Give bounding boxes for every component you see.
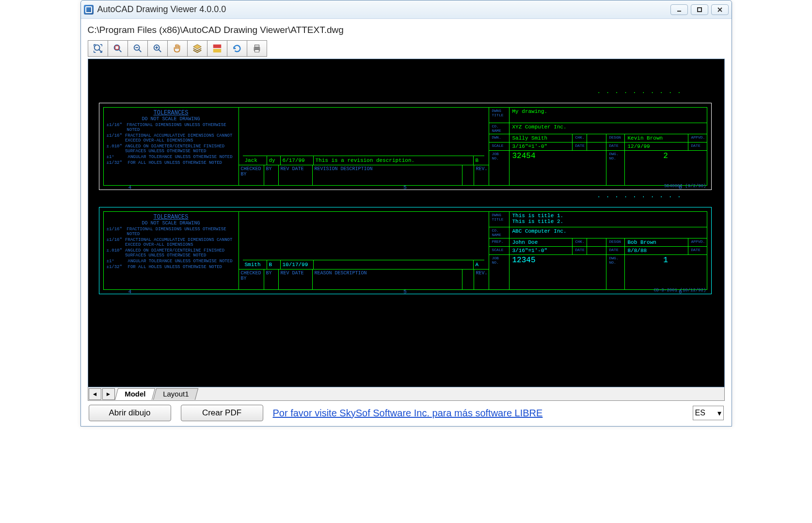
tab-layout1[interactable]: Layout1 <box>153 388 199 400</box>
pan-button[interactable] <box>167 40 188 57</box>
titlebar[interactable]: AutoCAD Drawing Viewer 4.0.0.0 <box>81 0 732 19</box>
chevron-down-icon: ▾ <box>717 409 721 418</box>
svg-rect-8 <box>115 46 118 49</box>
svg-line-10 <box>138 49 141 52</box>
tolerances-panel: TOLERANCES DO NOT SCALE DRAWING ±1/16"FR… <box>103 211 239 290</box>
zoom-out-button[interactable] <box>127 40 148 57</box>
tab-model[interactable]: Model <box>114 388 155 400</box>
background-button[interactable] <box>207 40 227 57</box>
titleblock-2: · · · · · · · · · · TOLERANCES DO NOT SC… <box>99 207 712 294</box>
toolbar <box>88 40 725 57</box>
svg-rect-1 <box>698 8 701 12</box>
app-window: AutoCAD Drawing Viewer 4.0.0.0 C:\Progra… <box>80 0 732 427</box>
svg-line-7 <box>118 49 121 52</box>
print-button[interactable] <box>247 40 267 57</box>
tab-strip: ◄ ► Model Layout1 <box>88 387 725 401</box>
maximize-button[interactable] <box>691 4 708 15</box>
app-icon <box>84 5 94 15</box>
drawing-canvas[interactable]: · · · · · · · · · · TOLERANCES DO NOT SC… <box>88 59 725 387</box>
close-button[interactable] <box>711 4 729 15</box>
zoom-extents-button[interactable] <box>88 40 108 57</box>
svg-rect-17 <box>213 49 221 52</box>
svg-line-13 <box>158 49 161 52</box>
minimize-button[interactable] <box>670 4 688 15</box>
window-title: AutoCAD Drawing Viewer 4.0.0.0 <box>97 4 670 15</box>
svg-rect-20 <box>255 50 259 52</box>
zoom-window-button[interactable] <box>108 40 128 57</box>
decorative-text: · · · · · · · · · · <box>597 90 682 96</box>
svg-rect-19 <box>255 45 259 48</box>
refresh-button[interactable] <box>227 40 247 57</box>
zoom-in-button[interactable] <box>147 40 168 57</box>
decorative-text: · · · · · · · · · · <box>597 194 682 201</box>
file-path: C:\Program Files (x86)\AutoCAD Drawing V… <box>88 25 725 35</box>
open-drawing-button[interactable]: Abrir dibujo <box>89 405 171 421</box>
layers-button[interactable] <box>187 40 207 57</box>
titleblock-1: · · · · · · · · · · TOLERANCES DO NOT SC… <box>99 103 712 190</box>
create-pdf-button[interactable]: Crear PDF <box>181 405 263 421</box>
tab-next-button[interactable]: ► <box>102 388 115 400</box>
language-select[interactable]: ES▾ <box>693 406 724 420</box>
tolerances-panel: TOLERANCES DO NOT SCALE DRAWING ±1/16"FR… <box>103 107 239 186</box>
skysof-link[interactable]: Por favor visite SkySof Software Inc. pa… <box>273 408 683 419</box>
svg-rect-16 <box>213 45 221 48</box>
tab-prev-button[interactable]: ◄ <box>89 388 101 400</box>
svg-line-5 <box>98 49 101 52</box>
